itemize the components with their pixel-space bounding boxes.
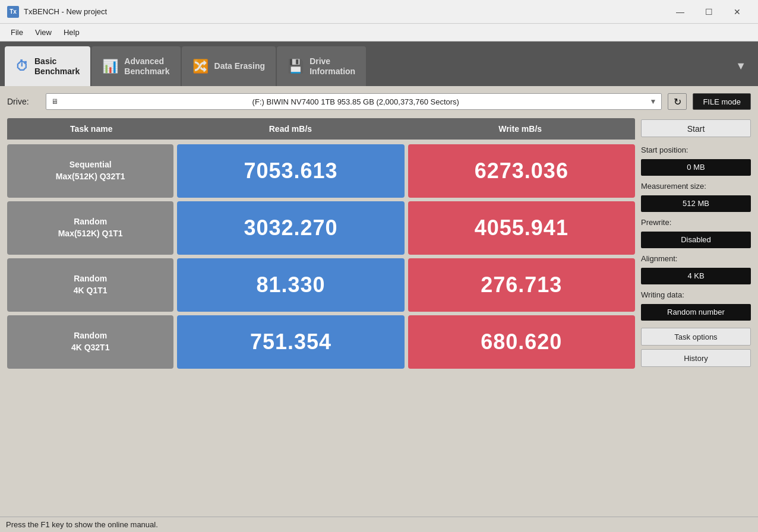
right-panel: Start Start position: 0 MB Measurement s… [641,118,751,512]
status-text: Press the F1 key to show the online manu… [6,520,158,529]
start-button[interactable]: Start [641,119,751,137]
advanced-benchmark-icon: 📊 [102,59,118,74]
tab-drive-label: DriveInformation [309,56,355,77]
measurement-size-value: 512 MB [641,195,751,212]
task-random-512k: RandomMax(512K) Q1T1 [7,201,173,255]
status-bar: Press the F1 key to show the online manu… [0,517,758,532]
table-row: SequentialMax(512K) Q32T1 7053.613 6273.… [7,144,635,198]
table-rows: SequentialMax(512K) Q32T1 7053.613 6273.… [7,140,635,512]
write-random-4k-q1: 276.713 [408,258,635,312]
drive-label: Drive: [7,97,40,106]
tab-advanced-label: AdvancedBenchmark [124,56,169,77]
drive-refresh-button[interactable]: ↻ [668,93,687,110]
task-options-button[interactable]: Task options [641,328,751,346]
table-row: Random4K Q1T1 81.330 276.713 [7,258,635,312]
task-random-4k-q32: Random4K Q32T1 [7,315,173,369]
menu-file[interactable]: File [5,26,29,39]
table-header: Task name Read mB/s Write mB/s [7,118,635,140]
header-task: Task name [7,124,176,134]
write-sequential-512k: 6273.036 [408,144,635,198]
start-position-value: 0 MB [641,159,751,176]
drive-info-icon: 💾 [288,59,304,74]
measurement-size-label: Measurement size: [641,182,751,191]
prewrite-value: Disabled [641,232,751,248]
basic-benchmark-icon: ⏱ [15,59,29,74]
tab-drive[interactable]: 💾 DriveInformation [277,46,366,86]
app-icon: Tx [7,6,19,18]
content-layout: Task name Read mB/s Write mB/s Sequentia… [7,118,751,512]
minimize-button[interactable]: — [667,3,694,21]
maximize-button[interactable]: ☐ [695,3,722,21]
tab-advanced[interactable]: 📊 AdvancedBenchmark [91,46,180,86]
drive-select[interactable]: 🖥 (F:) BIWIN NV7400 1TB 953.85 GB (2,000… [46,93,662,110]
header-read: Read mB/s [176,124,406,134]
menu-view[interactable]: View [29,26,58,39]
benchmark-table: Task name Read mB/s Write mB/s Sequentia… [7,118,635,512]
task-random-4k-q1: Random4K Q1T1 [7,258,173,312]
title-bar-text: TxBENCH - New project [24,7,667,16]
read-random-512k: 3032.270 [177,201,404,255]
header-write: Write mB/s [405,124,635,134]
task-sequential-512k: SequentialMax(512K) Q32T1 [7,144,173,198]
title-bar-controls: — ☐ ✕ [667,3,751,21]
history-button[interactable]: History [641,349,751,367]
read-sequential-512k: 7053.613 [177,144,404,198]
title-bar: Tx TxBENCH - New project — ☐ ✕ [0,0,758,24]
drive-dropdown-arrow: ▼ [650,97,657,106]
tab-erasing[interactable]: 🔀 Data Erasing [182,46,276,86]
close-button[interactable]: ✕ [724,3,751,21]
tab-bar: ⏱ BasicBenchmark 📊 AdvancedBenchmark 🔀 D… [0,42,758,86]
alignment-value: 4 KB [641,268,751,284]
start-position-label: Start position: [641,145,751,154]
main-content: Drive: 🖥 (F:) BIWIN NV7400 1TB 953.85 GB… [0,86,758,517]
drive-row: Drive: 🖥 (F:) BIWIN NV7400 1TB 953.85 GB… [7,93,751,110]
menu-help[interactable]: Help [58,26,86,39]
file-mode-button[interactable]: FILE mode [693,93,751,110]
writing-data-label: Writing data: [641,290,751,299]
table-row: Random4K Q32T1 751.354 680.620 [7,315,635,369]
tab-erasing-label: Data Erasing [214,61,266,71]
menu-bar: File View Help [0,24,758,42]
benchmark-panel: Task name Read mB/s Write mB/s Sequentia… [7,118,635,512]
alignment-label: Alignment: [641,254,751,263]
write-random-512k: 4055.941 [408,201,635,255]
table-row: RandomMax(512K) Q1T1 3032.270 4055.941 [7,201,635,255]
tab-basic[interactable]: ⏱ BasicBenchmark [5,46,90,86]
read-random-4k-q1: 81.330 [177,258,404,312]
tab-basic-label: BasicBenchmark [34,56,80,77]
read-random-4k-q32: 751.354 [177,315,404,369]
tab-dropdown[interactable]: ▼ [728,46,753,86]
drive-select-value: (F:) BIWIN NV7400 1TB 953.85 GB (2,000,3… [252,97,459,106]
write-random-4k-q32: 680.620 [408,315,635,369]
writing-data-value: Random number [641,304,751,321]
prewrite-label: Prewrite: [641,218,751,227]
data-erasing-icon: 🔀 [192,59,209,74]
